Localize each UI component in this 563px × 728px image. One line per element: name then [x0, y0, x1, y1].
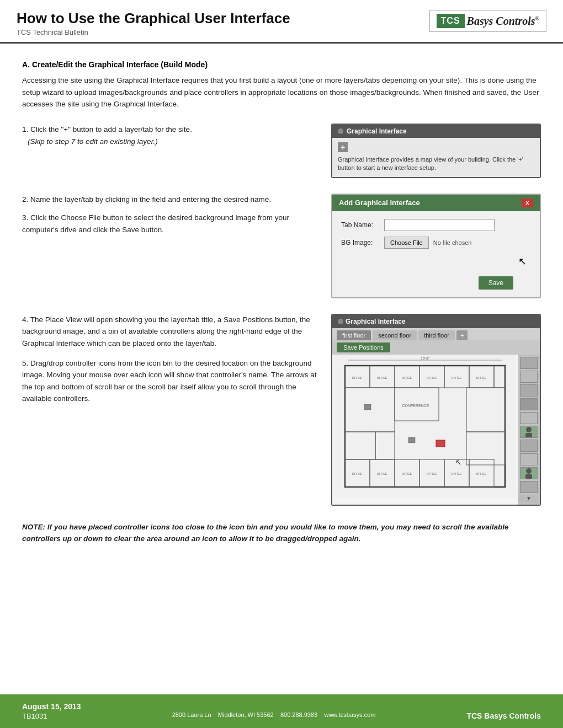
- svg-text:OFFICE: OFFICE: [476, 472, 487, 475]
- icon-bin-scroll-down[interactable]: ▼: [519, 495, 538, 502]
- cursor-icon: ↖: [518, 255, 527, 267]
- svg-rect-39: [408, 437, 415, 443]
- no-file-text: No file chosen: [433, 239, 472, 246]
- svg-text:OFFICE: OFFICE: [352, 376, 363, 379]
- add-gi-dialog-header: Add Graphical Interface X: [332, 195, 540, 211]
- choose-file-button[interactable]: Choose File: [384, 237, 429, 249]
- gi-header-icon: [338, 129, 343, 134]
- pv-header-icon: [338, 319, 343, 324]
- pv-icon-item-4[interactable]: [520, 398, 538, 410]
- page-footer: August 15, 2013 TB1031 2800 Laura Ln Mid…: [0, 694, 563, 728]
- logo-block: TCS Basys Controls®: [429, 10, 546, 32]
- person-icon: [521, 426, 537, 437]
- pv-toolbar: Save Positions: [332, 340, 540, 355]
- page-subtitle: TCS Technical Bulletin: [17, 28, 290, 36]
- tab-name-input[interactable]: [384, 219, 495, 231]
- svg-text:OFFICE: OFFICE: [452, 472, 462, 475]
- svg-text:CONFERENCE: CONFERENCE: [402, 404, 429, 408]
- pv-icon-item-2[interactable]: [520, 371, 538, 383]
- footer-phone: 800.288.9383: [280, 711, 317, 718]
- step-1-row: 1. Click the "+" button to add a layer/t…: [22, 124, 541, 178]
- note-section: NOTE: If you have placed controller icon…: [22, 521, 541, 545]
- logo-basys-controls: Basys Controls®: [467, 15, 539, 28]
- section-a-body: Accessing the site using the Graphical I…: [22, 74, 541, 110]
- place-view-widget: Graphical Interface first floor second f…: [331, 314, 541, 506]
- add-gi-dialog-title: Add Graphical Interface: [339, 199, 420, 207]
- pv-icon-bin: ▼: [518, 355, 540, 505]
- svg-rect-36: [436, 440, 445, 447]
- pv-tab-plus[interactable]: +: [456, 330, 468, 340]
- step-1-text: 1. Click the "+" button to add a layer/t…: [22, 124, 320, 178]
- pv-tab-third-floor[interactable]: third floor: [418, 330, 455, 340]
- main-content: A. Create/Edit the Graphical Interface (…: [0, 44, 563, 694]
- pv-tab-second-floor[interactable]: second floor: [373, 330, 417, 340]
- gi-widget-step1: Graphical Interface + Graphical Interfac…: [331, 124, 541, 178]
- footer-address1: 2800 Laura Ln: [172, 711, 211, 718]
- svg-text:OFFICE: OFFICE: [402, 472, 412, 475]
- svg-text:↖: ↖: [455, 458, 462, 467]
- logo-tcs: TCS: [437, 14, 465, 28]
- steps-2-3-image: Add Graphical Interface X Tab Name: BG I…: [331, 194, 541, 298]
- gi-widget-title: Graphical Interface: [347, 127, 407, 135]
- gi-widget-header: Graphical Interface: [332, 125, 540, 138]
- step-1-italic: (Skip to step 7 to edit an existing laye…: [28, 136, 320, 148]
- pv-icon-item-7[interactable]: [520, 440, 538, 452]
- pv-icon-item-1[interactable]: [520, 357, 538, 369]
- svg-text:OFFICE: OFFICE: [427, 376, 437, 379]
- pv-icon-item-6[interactable]: [520, 426, 538, 438]
- pv-tabs: first floor second floor third floor +: [332, 328, 540, 340]
- svg-text:OFFICE: OFFICE: [476, 376, 487, 379]
- floor-plan-svg: CONFERENCE OFFICE: [332, 355, 518, 498]
- pv-icon-item-10[interactable]: [520, 481, 538, 493]
- step-1-image: Graphical Interface + Graphical Interfac…: [331, 124, 541, 178]
- svg-text:70'-0": 70'-0": [421, 357, 429, 360]
- header-title-block: How to Use the Graphical User Interface …: [17, 10, 290, 36]
- pv-icon-item-5[interactable]: [520, 412, 538, 424]
- footer-company: TCS Basys Controls: [466, 711, 541, 720]
- gi-plus-button[interactable]: +: [338, 142, 348, 152]
- add-gi-dialog-body: Tab Name: BG Image: Choose File No file …: [332, 211, 540, 297]
- footer-address2: Middleton, WI 53562: [218, 711, 274, 718]
- pv-icon-item-8[interactable]: [520, 453, 538, 465]
- steps-4-5-row: 4. The Place View will open showing you …: [22, 314, 541, 506]
- page-title: How to Use the Graphical User Interface: [17, 10, 290, 27]
- pv-content: CONFERENCE OFFICE: [332, 355, 540, 505]
- svg-rect-38: [364, 404, 371, 410]
- footer-right: TCS Basys Controls: [466, 711, 541, 720]
- page-header: How to Use the Graphical User Interface …: [0, 0, 563, 44]
- person-icon-2: [521, 468, 537, 479]
- footer-left: August 15, 2013 TB1031: [22, 702, 81, 720]
- footer-website: www.tcsbasys.com: [324, 711, 375, 718]
- tab-name-label: Tab Name:: [341, 221, 380, 229]
- save-button[interactable]: Save: [479, 276, 513, 290]
- step-3-label: 3. Click the Choose File button to selec…: [22, 212, 320, 235]
- footer-center: 2800 Laura Ln Middleton, WI 53562 800.28…: [172, 710, 376, 720]
- pv-icon-item-3[interactable]: [520, 384, 538, 397]
- step-5-label: 5. Drag/drop controller icons from the i…: [22, 357, 320, 405]
- svg-text:OFFICE: OFFICE: [377, 472, 387, 475]
- pv-icon-item-9[interactable]: [520, 467, 538, 479]
- svg-text:OFFICE: OFFICE: [352, 472, 363, 475]
- svg-text:OFFICE: OFFICE: [402, 376, 412, 379]
- svg-text:OFFICE: OFFICE: [377, 376, 387, 379]
- bg-image-row: BG Image: Choose File No file chosen: [341, 237, 531, 249]
- svg-text:OFFICE: OFFICE: [452, 376, 462, 379]
- steps-2-3-block: 2. Name the layer/tab by clicking in the…: [22, 194, 541, 298]
- section-a-heading: A. Create/Edit the Graphical Interface (…: [22, 60, 541, 69]
- svg-rect-43: [525, 474, 532, 479]
- bg-image-label: BG Image:: [341, 239, 380, 247]
- save-positions-button[interactable]: Save Positions: [337, 342, 390, 352]
- step-4-5-image: Graphical Interface first floor second f…: [331, 314, 541, 506]
- step-4-label: 4. The Place View will open showing you …: [22, 314, 320, 350]
- steps-2-3-text: 2. Name the layer/tab by clicking in the…: [22, 194, 320, 298]
- step-1-label: 1. Click the "+" button to add a layer/t…: [22, 124, 320, 136]
- svg-point-40: [526, 427, 532, 432]
- pv-header: Graphical Interface: [332, 315, 540, 328]
- svg-point-42: [526, 468, 532, 474]
- gi-widget-body: + Graphical Interface provides a map vie…: [332, 138, 540, 177]
- pv-tab-first-floor[interactable]: first floor: [337, 330, 371, 340]
- pv-map: CONFERENCE OFFICE: [332, 355, 518, 505]
- gi-description: Graphical Interface provides a map view …: [338, 156, 534, 173]
- add-gi-close-button[interactable]: X: [522, 199, 533, 207]
- add-gi-dialog: Add Graphical Interface X Tab Name: BG I…: [331, 194, 541, 298]
